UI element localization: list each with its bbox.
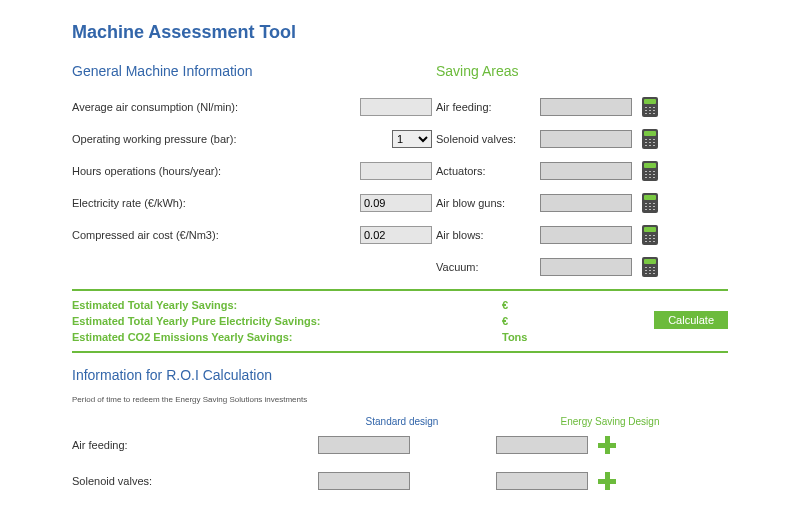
- sa-solenoid-input[interactable]: [540, 130, 632, 148]
- summary-line3-value: Tons: [502, 329, 527, 345]
- general-heading: General Machine Information: [72, 63, 432, 79]
- plus-icon[interactable]: [598, 472, 616, 490]
- sa-label: Actuators:: [436, 165, 530, 177]
- elec-rate-input[interactable]: [360, 194, 432, 212]
- calculator-icon[interactable]: [642, 193, 658, 213]
- calculator-icon[interactable]: [642, 161, 658, 181]
- air-cost-input[interactable]: [360, 226, 432, 244]
- plus-icon[interactable]: [598, 436, 616, 454]
- pressure-select[interactable]: 1: [392, 130, 432, 148]
- sa-label: Air feeding:: [436, 101, 530, 113]
- roi-esd-input[interactable]: [496, 436, 588, 454]
- roi-row-label: Air feeding:: [72, 439, 308, 451]
- calculator-icon[interactable]: [642, 225, 658, 245]
- air-cost-label: Compressed air cost (€/Nm3):: [72, 229, 360, 241]
- saving-areas-section: Saving Areas Air feeding: Solenoid valve…: [436, 63, 728, 283]
- summary-line2-value: €: [502, 313, 508, 329]
- summary-line1-value: €: [502, 297, 508, 313]
- air-consumption-label: Average air consumption (Nl/min):: [72, 101, 360, 113]
- roi-row-label: Solenoid valves:: [72, 475, 308, 487]
- sa-air-feeding-input[interactable]: [540, 98, 632, 116]
- divider: [72, 351, 728, 353]
- sa-vacuum-input[interactable]: [540, 258, 632, 276]
- general-section: General Machine Information Average air …: [72, 63, 432, 283]
- roi-esd-input[interactable]: [496, 472, 588, 490]
- roi-section: Information for R.O.I Calculation Period…: [72, 367, 728, 499]
- hours-label: Hours operations (hours/year):: [72, 165, 360, 177]
- sa-label: Air blows:: [436, 229, 530, 241]
- summary-line2-label: Estimated Total Yearly Pure Electricity …: [72, 313, 502, 329]
- sa-label: Air blow guns:: [436, 197, 530, 209]
- pressure-label: Operating working pressure (bar):: [72, 133, 392, 145]
- hours-input[interactable]: [360, 162, 432, 180]
- page-title: Machine Assessment Tool: [72, 22, 728, 43]
- sa-actuators-input[interactable]: [540, 162, 632, 180]
- roi-col-standard: Standard design: [312, 416, 492, 427]
- sa-blow-guns-input[interactable]: [540, 194, 632, 212]
- calculator-icon[interactable]: [642, 97, 658, 117]
- summary-line1-label: Estimated Total Yearly Savings:: [72, 297, 502, 313]
- calculate-button[interactable]: Calculate: [654, 311, 728, 329]
- elec-rate-label: Electricity rate (€/kWh):: [72, 197, 360, 209]
- sa-air-blows-input[interactable]: [540, 226, 632, 244]
- roi-col-esd: Energy Saving Design: [492, 416, 728, 427]
- roi-note: Period of time to redeem the Energy Savi…: [72, 395, 728, 404]
- roi-std-input[interactable]: [318, 472, 410, 490]
- summary-block: Estimated Total Yearly Savings: € Estima…: [72, 297, 638, 345]
- roi-heading: Information for R.O.I Calculation: [72, 367, 728, 383]
- roi-std-input[interactable]: [318, 436, 410, 454]
- sa-label: Vacuum:: [436, 261, 530, 273]
- summary-line3-label: Estimated CO2 Emissions Yearly Savings:: [72, 329, 502, 345]
- divider: [72, 289, 728, 291]
- air-consumption-input[interactable]: [360, 98, 432, 116]
- sa-label: Solenoid valves:: [436, 133, 530, 145]
- saving-heading: Saving Areas: [436, 63, 728, 79]
- calculator-icon[interactable]: [642, 129, 658, 149]
- calculator-icon[interactable]: [642, 257, 658, 277]
